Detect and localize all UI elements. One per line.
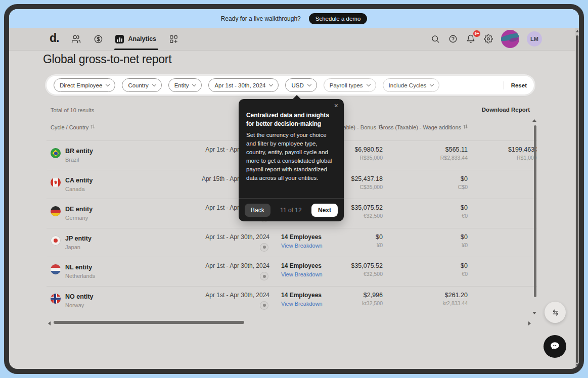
gross-bonus-local: €32,500 [351, 213, 383, 219]
wage-additions-usd: $0 [461, 204, 468, 211]
gear-icon[interactable] [483, 34, 493, 44]
wage-additions-local: R$2,833.44 [440, 155, 468, 161]
chevron-down-icon [192, 82, 196, 86]
top-nav: d. Analytics 9+ [9, 28, 579, 51]
page-title: Global gross-to-net report [43, 53, 171, 66]
flag-netherlands-icon [51, 264, 61, 274]
table-scroll-down-arrow[interactable] [532, 312, 536, 314]
view-breakdown-link[interactable]: View Breakdown [281, 301, 323, 307]
entity-name: BR entity [65, 148, 93, 155]
sort-icon [463, 124, 468, 130]
next-button[interactable]: Next [311, 204, 338, 217]
billing-icon[interactable] [93, 34, 103, 44]
extra-local: R$1,000 [508, 155, 537, 161]
table-vertical-scrollbar[interactable] [534, 125, 536, 297]
cycle-dates: Apr 1st - Apr 30th, 2024 [205, 233, 269, 241]
gross-bonus-local: ¥0 [376, 242, 383, 248]
sort-icon [91, 124, 95, 130]
entity-name: JP entity [65, 235, 92, 242]
close-icon[interactable]: × [334, 102, 338, 109]
user-avatar[interactable]: LM [527, 31, 542, 46]
employee-count: 14 Employees [281, 233, 323, 241]
table-scroll-right-arrow[interactable] [528, 321, 531, 325]
entity-name: NO entity [65, 293, 94, 300]
results-count: Total of 10 results [51, 107, 94, 113]
flag-norway-icon [51, 294, 61, 304]
flag-canada-icon [51, 177, 61, 187]
help-icon[interactable] [448, 34, 458, 44]
wage-additions-usd: $261.20 [442, 292, 468, 299]
wage-additions-local: C$0 [458, 184, 468, 190]
page-scroll-up-arrow[interactable] [576, 30, 579, 32]
banner-text: Ready for a live walkthrough? [221, 15, 301, 22]
nav-left-group: d. Analytics [9, 32, 178, 46]
table-row-netherlands[interactable]: NL entityNetherlands Apr 1st - Apr 30th,… [47, 257, 537, 286]
chevron-down-icon [307, 82, 311, 86]
cycle-toggle[interactable] [260, 243, 268, 252]
bell-icon[interactable]: 9+ [466, 34, 476, 44]
filter-bar: Direct Employee Country Entity Apr 1st -… [47, 76, 534, 94]
view-breakdown-link[interactable]: View Breakdown [281, 243, 323, 249]
notification-badge: 9+ [473, 30, 480, 37]
cycle-toggle[interactable] [260, 272, 268, 280]
filter-payroll-types[interactable]: Payroll types [324, 78, 376, 92]
table-row-norway[interactable]: NO entityNorway Apr 1st - Apr 30th, 2024… [47, 286, 537, 315]
search-icon[interactable] [430, 34, 440, 44]
chevron-down-icon [366, 82, 370, 86]
analytics-label: Analytics [128, 35, 156, 42]
schedule-demo-button[interactable]: Schedule a demo [309, 13, 368, 24]
extra-usd: $199,463,3 [508, 146, 537, 153]
entity-country: Germany [65, 215, 93, 221]
page-scrollbar[interactable] [576, 35, 578, 363]
entity-country: Canada [65, 186, 93, 192]
view-breakdown-link[interactable]: View Breakdown [281, 271, 323, 277]
wage-additions-usd: $565.11 [440, 146, 468, 153]
sliders-icon [551, 308, 560, 317]
column-cycle-country[interactable]: Cycle / Country [51, 124, 95, 130]
chat-button[interactable] [544, 335, 566, 358]
table-row-japan[interactable]: JP entityJapan Apr 1st - Apr 30th, 2024 … [47, 228, 537, 257]
org-avatar[interactable] [501, 30, 519, 48]
entity-name: DE entity [65, 206, 93, 213]
gross-bonus-usd: $0 [376, 233, 383, 241]
deel-logo[interactable]: d. [50, 32, 59, 46]
table-horizontal-scrollbar[interactable] [54, 321, 244, 324]
reset-filters-button[interactable]: Reset [511, 82, 527, 88]
filter-employee-type[interactable]: Direct Employee [54, 78, 115, 92]
desktop-background: Ready for a live walkthrough? Schedule a… [0, 0, 588, 378]
flag-japan-icon [51, 235, 61, 246]
quick-settings-button[interactable] [545, 302, 566, 323]
cycle-toggle[interactable] [260, 301, 268, 310]
wage-additions-local: €0 [461, 271, 468, 277]
wage-additions-local: kr2,833.44 [442, 300, 468, 306]
gross-bonus-usd: $2,996 [362, 292, 383, 299]
filter-currency[interactable]: USD [285, 78, 316, 92]
tab-analytics[interactable]: Analytics [115, 35, 156, 43]
gross-bonus-local: C$35,000 [351, 184, 383, 190]
tooltip-footer: Back 11 of 12 Next [239, 198, 344, 221]
employee-count: 14 Employees [281, 262, 323, 269]
filter-include-cycles[interactable]: Include Cycles [383, 78, 440, 92]
entity-name: CA entity [65, 177, 93, 184]
table-scroll-left-arrow[interactable] [48, 321, 51, 325]
gross-bonus-usd: $6,980.52 [354, 146, 383, 153]
chat-bubble-icon [549, 341, 561, 352]
wage-additions-usd: $0 [461, 233, 468, 241]
gross-bonus-usd: $35,075.52 [351, 262, 383, 269]
chevron-down-icon [152, 82, 156, 86]
back-button[interactable]: Back [245, 204, 270, 217]
gross-bonus-local: R$35,000 [354, 155, 383, 161]
people-icon[interactable] [71, 34, 81, 44]
download-report-button[interactable]: Download Report [482, 107, 530, 113]
nav-right-group: 9+ LM [430, 30, 579, 48]
table-scroll-up-arrow[interactable] [532, 119, 536, 122]
apps-icon[interactable] [168, 34, 178, 44]
page-scroll-down-arrow[interactable] [576, 364, 579, 367]
tooltip-body: Set the currency of your choice and filt… [239, 130, 344, 182]
entity-country: Japan [65, 244, 92, 250]
filter-entity[interactable]: Entity [168, 78, 202, 92]
column-gross-wage-additions[interactable]: Gross (Taxable) - Wage additions [379, 124, 468, 130]
filter-country[interactable]: Country [122, 78, 161, 92]
filter-date-range[interactable]: Apr 1st - 30th, 2024 [208, 78, 279, 92]
flag-germany-icon [51, 206, 61, 216]
